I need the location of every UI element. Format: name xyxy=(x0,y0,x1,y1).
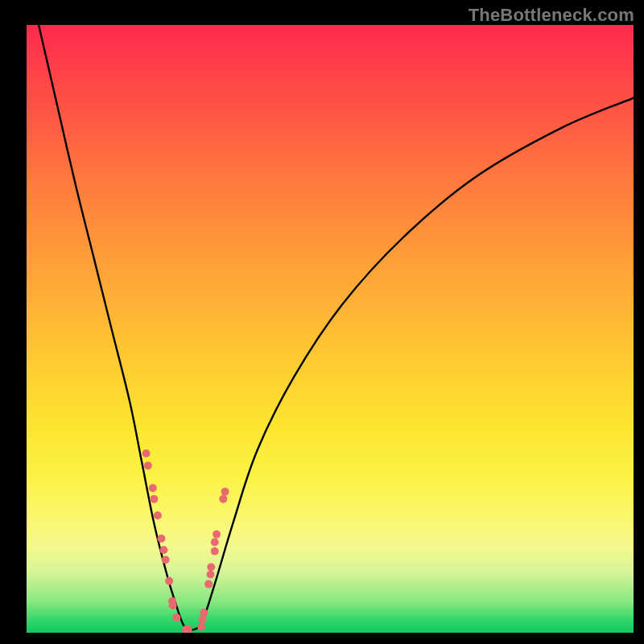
left-branch-dots xyxy=(159,546,167,554)
right-branch-dots xyxy=(213,530,221,539)
left-branch-dots xyxy=(165,577,173,585)
chart-svg xyxy=(27,25,634,633)
marker-layer xyxy=(142,449,229,633)
curve-layer xyxy=(39,25,634,630)
left-branch-dots xyxy=(172,613,180,621)
watermark-text: TheBottleneck.com xyxy=(469,5,634,26)
left-branch-dots xyxy=(144,461,152,469)
left-branch-dots xyxy=(142,449,151,457)
left-branch-dots xyxy=(149,484,157,492)
right-branch-dots xyxy=(200,609,208,617)
left-branch-dots xyxy=(168,597,176,605)
bottleneck-curve xyxy=(39,25,634,630)
left-branch-dots xyxy=(169,601,177,609)
right-branch-dots xyxy=(206,571,214,579)
right-branch-dots xyxy=(211,539,219,547)
right-branch-dots xyxy=(211,547,219,555)
valley-pill xyxy=(182,625,192,633)
left-branch-dots xyxy=(157,535,165,543)
left-branch-dots xyxy=(150,495,158,503)
right-branch-dots xyxy=(204,580,213,588)
right-branch-dots xyxy=(221,488,229,496)
left-branch-dots xyxy=(154,511,162,519)
plot-area xyxy=(27,25,634,633)
left-branch-dots xyxy=(162,555,170,564)
right-branch-dots xyxy=(197,622,205,630)
right-branch-dots xyxy=(199,615,207,623)
right-branch-dots xyxy=(219,495,227,503)
chart-frame: TheBottleneck.com xyxy=(0,0,644,644)
right-branch-dots xyxy=(207,563,215,571)
